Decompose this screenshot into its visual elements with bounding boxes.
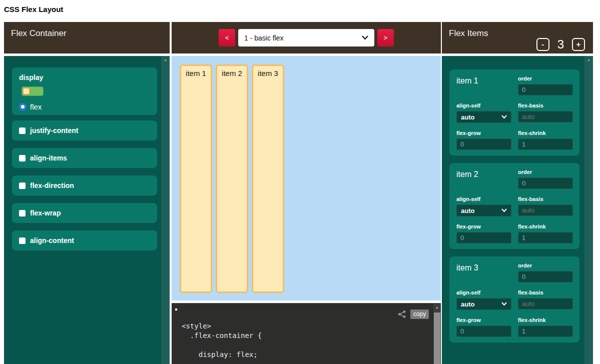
- container-option-card[interactable]: align-content: [12, 230, 157, 250]
- flex-grow-input[interactable]: [456, 138, 511, 150]
- chevron-down-icon: [501, 208, 507, 212]
- flex-container-panel-title: Flex Container: [11, 28, 67, 38]
- item-counter: - 3 +: [536, 38, 585, 52]
- add-item-button[interactable]: +: [572, 38, 585, 51]
- toggle-knob-icon: [23, 88, 30, 95]
- code-scrollbar-up-arrow-icon[interactable]: ▲: [433, 304, 441, 310]
- scrollbar-up-arrow-icon[interactable]: ▲: [161, 56, 170, 62]
- order-input[interactable]: [518, 271, 573, 282]
- option-checkbox[interactable]: [19, 210, 26, 216]
- display-label: display: [19, 74, 150, 82]
- align-self-value: auto: [461, 300, 474, 308]
- flex-shrink-label: flex-shrink: [518, 130, 573, 136]
- align-self-label: align-self: [456, 196, 511, 202]
- order-input[interactable]: [518, 178, 573, 189]
- flex-items-panel-header: Flex Items - 3 +: [442, 22, 593, 54]
- flex-basis-label: flex-basis: [518, 196, 573, 202]
- flex-grow-label: flex-grow: [456, 130, 511, 136]
- flex-basis-label: flex-basis: [518, 290, 573, 296]
- flex-shrink-input[interactable]: [518, 138, 573, 150]
- flex-basis-field: flex-basis: [518, 196, 573, 216]
- container-option-card[interactable]: align-items: [12, 148, 157, 168]
- code-cursor-dot: [175, 308, 177, 310]
- item-count: 3: [557, 38, 564, 52]
- align-self-select[interactable]: auto: [456, 111, 511, 123]
- align-self-field: align-self auto: [456, 196, 511, 216]
- copy-button[interactable]: copy: [410, 310, 429, 319]
- preset-select[interactable]: 1 - basic flex: [238, 29, 374, 46]
- flex-basis-input[interactable]: [518, 204, 573, 216]
- flex-shrink-field: flex-shrink: [518, 130, 573, 150]
- flex-items-panel: Flex Items - 3 + item 1 order align-self…: [442, 22, 593, 364]
- display-toggle[interactable]: [22, 86, 44, 96]
- flex-container-panel-body: display flex justify-content align-items: [4, 56, 170, 364]
- code-panel: <style> .flex-container { display: flex;…: [172, 303, 441, 364]
- share-icon[interactable]: [398, 310, 406, 318]
- align-self-field: align-self auto: [456, 102, 511, 123]
- preview-panel: < 1 - basic flex > item 1 item 2 item 3 …: [172, 22, 441, 364]
- chevron-down-icon: [362, 36, 368, 40]
- flex-stage-item: item 2: [216, 64, 248, 293]
- left-panel-scrollbar[interactable]: ▲: [161, 56, 170, 364]
- align-self-value: auto: [461, 207, 474, 214]
- order-field: order: [518, 169, 573, 189]
- flex-container-panel-header: Flex Container: [4, 22, 170, 54]
- flex-container-panel: Flex Container display flex justify-cont…: [4, 22, 170, 364]
- code-scrollbar[interactable]: ▲: [433, 304, 441, 364]
- flex-items-panel-title: Flex Items: [449, 28, 488, 38]
- flex-item-card: item 2 order align-self auto flex-basis: [449, 163, 579, 249]
- flex-radio[interactable]: [19, 103, 27, 110]
- scrollbar-up-arrow-icon[interactable]: ▲: [584, 56, 593, 62]
- flex-grow-field: flex-grow: [456, 317, 511, 337]
- order-field: order: [518, 76, 573, 96]
- flex-basis-label: flex-basis: [518, 102, 573, 108]
- item-card-title: item 3: [456, 262, 511, 282]
- container-option-card[interactable]: justify-content: [12, 120, 157, 140]
- preset-prev-button[interactable]: <: [219, 29, 235, 46]
- code-text: <style> .flex-container { display: flex;: [182, 322, 262, 360]
- page-title: CSS Flex Layout: [4, 5, 63, 14]
- order-label: order: [518, 169, 573, 175]
- flex-basis-field: flex-basis: [518, 102, 573, 123]
- option-checkbox[interactable]: [19, 155, 26, 162]
- option-checkbox[interactable]: [19, 182, 26, 189]
- item-card-title: item 1: [456, 76, 511, 96]
- flex-grow-label: flex-grow: [456, 317, 511, 323]
- order-input[interactable]: [518, 84, 573, 96]
- flex-stage: item 1 item 2 item 3: [172, 56, 441, 300]
- align-self-select[interactable]: auto: [456, 298, 511, 310]
- option-label: justify-content: [30, 126, 78, 134]
- right-panel-scrollbar[interactable]: ▲: [584, 56, 593, 364]
- order-label: order: [518, 76, 573, 82]
- order-label: order: [518, 262, 573, 268]
- flex-grow-input[interactable]: [456, 232, 511, 244]
- remove-item-button[interactable]: -: [536, 38, 549, 51]
- flex-basis-input[interactable]: [518, 298, 573, 310]
- preset-select-value: 1 - basic flex: [244, 34, 284, 42]
- code-actions: copy: [398, 310, 429, 319]
- preset-next-button[interactable]: >: [377, 29, 394, 46]
- flex-items-panel-body: item 1 order align-self auto flex-basis: [442, 56, 593, 364]
- preset-nav-bar: < 1 - basic flex >: [172, 22, 441, 54]
- flex-stage-item: item 1: [180, 64, 212, 293]
- option-label: align-items: [30, 154, 67, 162]
- flex-basis-input[interactable]: [518, 111, 573, 122]
- align-self-select[interactable]: auto: [456, 204, 511, 216]
- flex-item-card: item 3 order align-self auto flex-basis: [449, 256, 579, 342]
- container-option-card[interactable]: flex-direction: [12, 176, 157, 196]
- option-label: flex-wrap: [30, 209, 61, 217]
- flex-shrink-input[interactable]: [518, 232, 573, 244]
- flex-shrink-label: flex-shrink: [518, 317, 573, 323]
- flex-grow-field: flex-grow: [456, 130, 511, 150]
- flex-grow-input[interactable]: [456, 326, 511, 337]
- option-checkbox[interactable]: [19, 128, 26, 134]
- option-label: align-content: [30, 236, 74, 244]
- flex-grow-field: flex-grow: [456, 224, 511, 244]
- flex-shrink-input[interactable]: [518, 326, 573, 337]
- option-checkbox[interactable]: [19, 238, 26, 244]
- container-option-card[interactable]: flex-wrap: [12, 203, 157, 223]
- flex-shrink-label: flex-shrink: [518, 224, 573, 230]
- flex-item-card: item 1 order align-self auto flex-basis: [449, 70, 579, 156]
- display-card: display flex: [12, 68, 157, 115]
- code-scrollbar-thumb[interactable]: [434, 312, 440, 364]
